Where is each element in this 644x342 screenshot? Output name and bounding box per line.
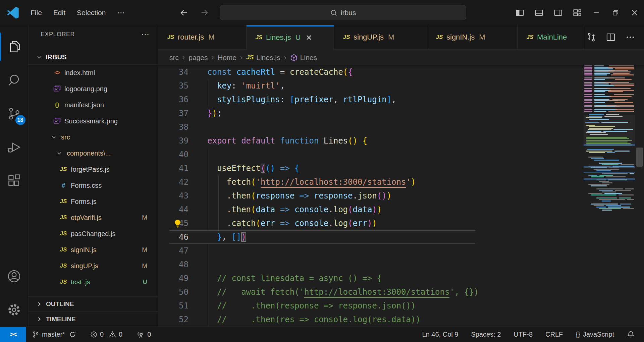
open-changes-icon[interactable] [586, 32, 596, 42]
explorer-file-successmark-png[interactable]: Successmark.png [29, 113, 158, 129]
breadcrumb-item-src[interactable]: src [169, 54, 179, 62]
status-notifications[interactable] [624, 327, 638, 342]
code-line-40[interactable]: 40 [158, 148, 644, 162]
tab-mainline[interactable]: JSMainLine [518, 25, 583, 50]
close-icon[interactable] [625, 0, 644, 25]
status-problems[interactable]: 00 [87, 327, 126, 342]
code-line-49[interactable]: 49 // const linesdata = async () => { [158, 272, 644, 285]
file-label: logoorang.png [64, 85, 107, 93]
code-line-44[interactable]: 44 .then(data => console.log(data)) [158, 203, 644, 217]
code-line-47[interactable]: 47 [158, 244, 644, 258]
breadcrumb-label: Lines.js [256, 54, 280, 62]
layout-panel-icon[interactable] [529, 0, 548, 25]
code-line-46[interactable]: 46 }, []) [158, 230, 644, 244]
minimize-icon[interactable] [587, 0, 606, 25]
status-ports[interactable]: 0 [134, 327, 154, 342]
explorer-file-components-[interactable]: components\... [29, 145, 158, 161]
code-line-36[interactable]: 36 stylisPlugins: [prefixer, rtlPlugin], [158, 93, 644, 107]
split-editor-icon[interactable] [606, 32, 616, 42]
js-file-icon: JS [59, 279, 68, 285]
js-file-icon: JS [246, 54, 254, 61]
code-editor[interactable]: 34const cacheRtl = createCache({35 key: … [158, 65, 644, 327]
code-line-34[interactable]: 34const cacheRtl = createCache({ [158, 65, 644, 79]
explorer-file-index-html[interactable]: <>index.html [29, 65, 158, 81]
tab-singup-js[interactable]: JSsingUP.jsM [334, 25, 427, 50]
explorer-file-signin-js[interactable]: JSsignIN.jsM [29, 242, 158, 258]
editor-scrollbar[interactable] [635, 65, 644, 327]
explorer-more-actions-icon[interactable]: ⋯ [141, 30, 149, 39]
layout-sidebar-left-icon[interactable] [510, 0, 529, 25]
status-cursor-position[interactable]: Ln 46, Col 9 [419, 327, 462, 342]
explorer-file-singup-js[interactable]: JSsingUP.jsM [29, 258, 158, 274]
code-line-35[interactable]: 35 key: 'muirtl', [158, 79, 644, 93]
explorer-file-manifest-json[interactable]: {}manifest.json [29, 97, 158, 113]
explorer-file-paschanged-js[interactable]: JSpasChanged.js [29, 226, 158, 242]
layout-sidebar-right-icon[interactable] [548, 0, 568, 25]
explorer-file-src[interactable]: src [29, 129, 158, 145]
code-line-52[interactable]: 52 // .then(res => console.log(res.data)… [158, 313, 644, 327]
tab-label: Lines.js [266, 33, 291, 42]
remote-indicator[interactable]: >< [0, 327, 26, 342]
scrollbar-thumb[interactable] [636, 148, 643, 167]
activity-explorer[interactable] [0, 30, 29, 63]
close-icon[interactable] [306, 34, 312, 41]
explorer-file-otpvarifi-js[interactable]: JSotpVarifi.jsM [29, 210, 158, 226]
code-line-37[interactable]: 37}); [158, 107, 644, 120]
status-language[interactable]: {}JavaScript [572, 327, 618, 342]
more-actions-icon[interactable] [625, 32, 635, 42]
code-line-42[interactable]: 42 fetch('http://localhost:3000/stations… [158, 175, 644, 189]
breadcrumb-item-pages[interactable]: pages [189, 54, 208, 62]
explorer-file-test-js[interactable]: JStest .jsU [29, 274, 158, 290]
activity-account[interactable] [0, 260, 29, 293]
code-line-51[interactable]: 51 // .then(response => response.json()) [158, 299, 644, 313]
code-line-38[interactable]: 38 [158, 120, 644, 134]
menu-edit[interactable]: Edit [48, 6, 71, 19]
breadcrumb-item-home[interactable]: Home [218, 54, 236, 62]
breadcrumb-item-lines.js[interactable]: JSLines.js [246, 54, 280, 62]
breadcrumb-item-lines[interactable]: Lines [290, 54, 317, 62]
tab-signin-js[interactable]: JSsignIN.jsM [427, 25, 518, 50]
git-status-badge: M [142, 214, 147, 221]
menu-more-icon[interactable]: ⋯ [111, 6, 131, 20]
menu-selection[interactable]: Selection [71, 6, 111, 19]
explorer-file-forms-js[interactable]: JSForms.js [29, 193, 158, 210]
tab-lines-js[interactable]: JSLines.jsU [247, 25, 334, 50]
explorer-file-logoorang-png[interactable]: logoorang.png [29, 81, 158, 97]
code-line-39[interactable]: 39export default function Lines() { [158, 134, 644, 148]
layout-customize-icon[interactable] [568, 0, 587, 25]
explorer-file-clipped[interactable]: JS [29, 290, 158, 295]
activity-run-debug[interactable] [0, 130, 29, 164]
search-value: irbus [341, 9, 356, 17]
command-center-search[interactable]: irbus [220, 5, 466, 20]
js-file-icon: JS [255, 34, 263, 41]
explorer-file-forms-css[interactable]: #Forms.css [29, 177, 158, 193]
lightbulb-icon[interactable] [173, 219, 182, 228]
minimap[interactable] [584, 65, 635, 327]
tab-label: singUP.js [354, 33, 384, 42]
status-indentation[interactable]: Spaces: 2 [468, 327, 504, 342]
status-encoding[interactable]: UTF-8 [510, 327, 536, 342]
status-eol[interactable]: CRLF [542, 327, 566, 342]
activity-search[interactable] [0, 63, 29, 97]
restore-icon[interactable] [606, 0, 625, 25]
line-number: 43 [158, 189, 189, 203]
section-outline[interactable]: OUTLINE [29, 296, 158, 311]
activity-settings[interactable] [0, 293, 29, 327]
code-line-41[interactable]: 41 useEffect(() => { [158, 162, 644, 175]
menu-file[interactable]: File [25, 6, 48, 19]
status-branch[interactable]: master* [29, 327, 79, 342]
explorer-root-folder[interactable]: IRBUS [29, 50, 158, 65]
activity-bar: 18 [0, 25, 29, 327]
activity-extensions[interactable] [0, 164, 29, 197]
code-line-48[interactable]: 48 [158, 258, 644, 272]
explorer-file-forgetpass-js[interactable]: JSforgetPass.js [29, 161, 158, 177]
tab-router-js[interactable]: JSrouter.jsM [158, 25, 247, 50]
section-timeline[interactable]: TIMELINE [29, 311, 158, 327]
back-arrow-icon[interactable] [178, 7, 190, 19]
line-number: 48 [158, 258, 189, 272]
activity-source-control[interactable]: 18 [0, 97, 29, 130]
code-line-50[interactable]: 50 // await fetch('http://localhost:3000… [158, 285, 644, 299]
code-line-45[interactable]: 45 .catch(err => console.log(err)) [158, 217, 644, 230]
code-line-43[interactable]: 43 .then(response => response.json()) [158, 189, 644, 203]
forward-arrow-icon[interactable] [199, 7, 211, 19]
